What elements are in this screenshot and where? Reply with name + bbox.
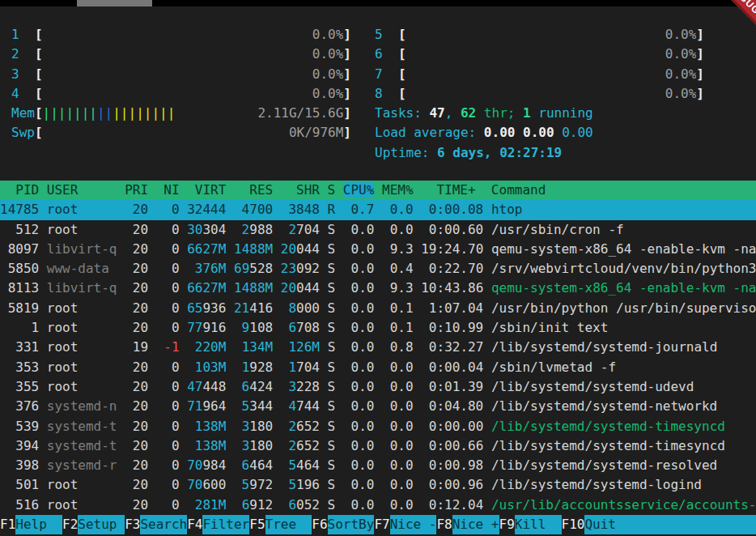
cell-shr: 6 — [281, 320, 296, 335]
fkey-key[interactable]: F8 — [436, 515, 452, 534]
cell-shr-low: 652 — [296, 438, 328, 453]
fkey-key[interactable]: F10 — [562, 515, 585, 534]
fkey-label[interactable]: Search — [140, 515, 187, 534]
cell-state: S — [328, 320, 343, 335]
cpu-meter-value: 0.0% — [312, 65, 344, 84]
bracket-open: [ — [398, 65, 406, 84]
cell-pid: 376 — [0, 398, 47, 414]
cell-time: 0:12.04 — [421, 497, 491, 513]
process-row-539[interactable]: 539 systemd-t 20 0 138M 3180 2652 S 0.0 … — [0, 417, 756, 436]
fkey-f8-nice-[interactable]: F8Nice + — [436, 515, 499, 534]
table-header[interactable]: PID USER PRI NI VIRT RES SHR S CPU% MEM%… — [0, 181, 756, 200]
header-columns-right[interactable]: MEM% TIME+ Command — [374, 182, 546, 198]
fkey-key[interactable]: F2 — [62, 515, 78, 534]
fkey-f3-search[interactable]: F3Search — [125, 515, 187, 534]
cell-virt-low: 304 — [202, 222, 234, 237]
fkey-f7-nice-[interactable]: F7Nice - — [374, 515, 436, 534]
cell-virt-low: 444 — [202, 202, 234, 217]
cell-pid: 501 — [0, 477, 47, 492]
memory-used-pipes: ||||||| — [43, 105, 97, 121]
process-row-331[interactable]: 331 root 19 -1 220M 134M 126M S 0.0 0.8 … — [0, 338, 756, 357]
process-row-8097[interactable]: 8097 libvirt-q 20 0 6627M 1488M 20044 S … — [0, 240, 756, 259]
cell-virt-low — [226, 339, 234, 355]
process-row-355[interactable]: 355 root 20 0 47448 6424 3228 S 0.0 0.0 … — [0, 377, 756, 397]
cell-state: S — [328, 477, 343, 492]
cell-cpu-percent: 0.0 — [343, 222, 382, 237]
process-row-5819[interactable]: 5819 root 20 0 65936 21416 8000 S 0.0 0.… — [0, 299, 756, 318]
fkey-key[interactable]: F1 — [0, 515, 15, 534]
fkey-f4-filter[interactable]: F4Filter — [187, 515, 249, 534]
cell-pri: 20 — [125, 320, 156, 335]
cpu-meter-4: 4[0.0%] — [11, 84, 351, 104]
cell-ni: 0 — [156, 320, 188, 335]
cell-user: systemd-t — [47, 419, 125, 434]
process-row-394[interactable]: 394 systemd-t 20 0 138M 3180 2652 S 0.0 … — [0, 436, 756, 456]
fkey-label[interactable]: SortBy — [328, 515, 375, 534]
fkey-label[interactable]: Quit — [584, 515, 756, 534]
fkey-f1-help[interactable]: F1Help — [0, 515, 62, 534]
cell-command: /lib/systemd/systemd-timesyncd — [491, 438, 725, 453]
cell-pid: 539 — [0, 419, 47, 434]
fkey-f10-quit[interactable]: F10Quit — [562, 515, 756, 534]
cpu-meter-value: 0.0% — [665, 25, 697, 45]
fkey-key[interactable]: F4 — [187, 515, 202, 534]
cell-res-low — [273, 280, 281, 296]
cell-ni: 0 — [156, 261, 188, 276]
cell-res-low: 912 — [249, 497, 281, 513]
header-sort-column-cpu[interactable]: CPU% — [343, 182, 375, 198]
cell-mem-percent: 0.1 — [382, 300, 421, 316]
cell-state: S — [328, 398, 343, 414]
cell-cpu-percent: 0.0 — [343, 419, 382, 434]
fkey-label[interactable]: Kill — [515, 515, 562, 534]
cell-pri: 20 — [125, 359, 156, 375]
fkey-label[interactable]: Nice + — [452, 515, 499, 534]
fkey-label[interactable]: Setup — [78, 515, 125, 534]
cell-res: 1488M — [234, 280, 273, 296]
fkey-label[interactable]: Nice - — [390, 515, 437, 534]
fkey-label[interactable]: Tree — [265, 515, 312, 534]
cell-ni: 0 — [156, 280, 188, 296]
bracket-close: ] — [343, 104, 351, 123]
fkey-key[interactable]: F9 — [499, 515, 515, 534]
fkey-key[interactable]: F6 — [312, 515, 327, 534]
fkey-f9-kill[interactable]: F9Kill — [499, 515, 562, 534]
fkey-key[interactable]: F3 — [125, 515, 140, 534]
load-average-label: Load average: — [375, 125, 484, 140]
process-row-1[interactable]: 1 root 20 0 77916 9108 6708 S 0.0 0.1 0:… — [0, 318, 756, 338]
fkey-label[interactable]: Filter — [202, 515, 249, 534]
fkey-key[interactable]: F7 — [374, 515, 389, 534]
fkey-f6-sortby[interactable]: F6SortBy — [312, 515, 374, 534]
header-columns-left[interactable]: PID USER PRI NI VIRT RES SHR S — [0, 182, 343, 198]
cell-res-low: 972 — [249, 477, 281, 492]
cell-res-low: 928 — [249, 359, 281, 375]
process-row-14785[interactable]: 14785 root 20 0 32444 4700 3848 R 0.7 0.… — [0, 200, 756, 219]
cell-cpu-percent: 0.0 — [343, 339, 382, 355]
cell-cpu-percent: 0.0 — [343, 497, 382, 513]
cell-virt-low: 964 — [202, 398, 234, 414]
process-row-376[interactable]: 376 systemd-n 20 0 71964 5344 4744 S 0.0… — [0, 397, 756, 416]
cell-ni: 0 — [156, 419, 188, 434]
fkey-f2-setup[interactable]: F2Setup — [62, 515, 125, 534]
cell-time: 0:00.60 — [421, 222, 491, 237]
cell-ni: -1 — [156, 339, 188, 355]
process-row-512[interactable]: 512 root 20 0 30304 2988 2704 S 0.0 0.0 … — [0, 220, 756, 240]
fkey-key[interactable]: F5 — [249, 515, 265, 534]
bracket-open: [ — [398, 25, 406, 45]
cell-res-low: 424 — [249, 379, 281, 394]
bracket-open: [ — [35, 84, 43, 104]
memory-cache-pipes: |||||||| — [113, 105, 175, 121]
cell-time: 0:00.66 — [421, 438, 491, 453]
process-row-8113[interactable]: 8113 libvirt-q 20 0 6627M 1488M 20044 S … — [0, 279, 756, 298]
fkey-label[interactable]: Help — [15, 515, 62, 534]
process-row-501[interactable]: 501 root 20 0 70600 5972 5196 S 0.0 0.0 … — [0, 475, 756, 495]
cell-pid: 516 — [0, 497, 47, 513]
cpu-meters-5-8: 5[0.0%]6[0.0%]7[0.0%]8[0.0%] — [375, 25, 704, 104]
cell-mem-percent: 0.0 — [382, 359, 421, 375]
process-row-353[interactable]: 353 root 20 0 103M 1928 1704 S 0.0 0.0 0… — [0, 358, 756, 377]
fkey-f5-tree[interactable]: F5Tree — [249, 515, 312, 534]
process-row-398[interactable]: 398 systemd-r 20 0 70984 6464 5464 S 0.0… — [0, 456, 756, 475]
cell-cpu-percent: 0.0 — [343, 438, 382, 453]
process-row-5850[interactable]: 5850 www-data 20 0 376M 69528 23092 S 0.… — [0, 259, 756, 279]
process-row-516[interactable]: 516 root 20 0 281M 6912 6052 S 0.0 0.0 0… — [0, 496, 756, 515]
load-average-line: Load average: 0.00 0.00 0.00 — [375, 123, 704, 143]
